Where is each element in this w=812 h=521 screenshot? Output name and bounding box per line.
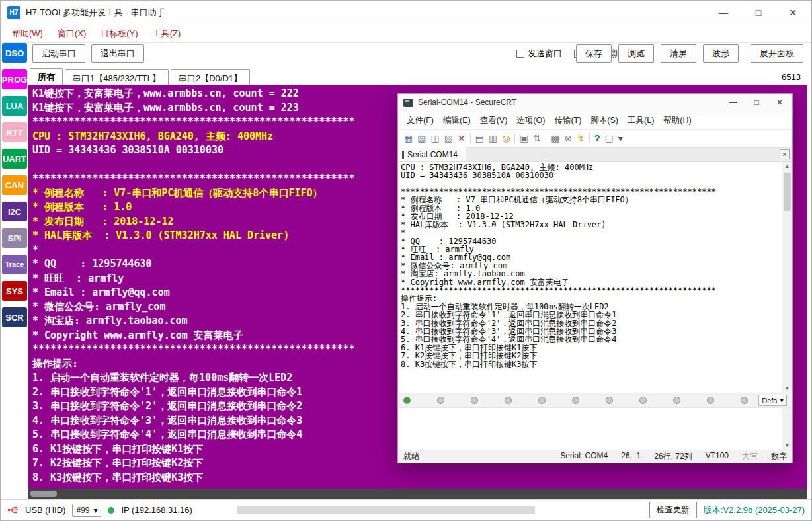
- crt-status-ready: 就绪: [403, 451, 419, 462]
- menu-tools[interactable]: 工具(Z): [147, 26, 187, 42]
- crt-menu-help[interactable]: 帮助(H): [659, 113, 696, 128]
- maximize-button[interactable]: □: [756, 7, 761, 18]
- lightning-icon[interactable]: ↯: [577, 134, 585, 143]
- copy-icon[interactable]: ▤: [475, 134, 484, 143]
- scrollbar-thumb[interactable]: [30, 491, 57, 497]
- sidebar-item-sys[interactable]: SYS: [2, 281, 27, 301]
- crt-menu-tools[interactable]: 工具(L): [623, 113, 659, 128]
- paste-icon[interactable]: ▥: [489, 134, 497, 143]
- sidebar-item-uart[interactable]: UART: [2, 149, 27, 169]
- crt-title-bar[interactable]: Serial-COM14 - SecureCRT — □ ✕: [398, 94, 792, 112]
- crt-session-tab[interactable]: Serial-COM14: [398, 147, 466, 161]
- usb-icon: [7, 505, 19, 515]
- session-indicator[interactable]: [707, 397, 714, 404]
- sidebar-item-trace[interactable]: Trace: [2, 255, 27, 274]
- scroll-down-icon[interactable]: ▼: [782, 440, 792, 450]
- crt-session-bar-buttons: [403, 397, 758, 404]
- print-icon[interactable]: ▣: [520, 134, 528, 143]
- reconnect-icon[interactable]: ▨: [444, 134, 453, 143]
- crt-terminal: CPU : STM32H743XIH6, BGA240, 主频: 400MHzU…: [398, 162, 792, 393]
- menu-bar: 帮助(W) 窗口(X) 目标板(Y) 工具(Z): [1, 24, 811, 43]
- crt-terminal-output: CPU : STM32H743XIH6, BGA240, 主频: 400MHzU…: [401, 163, 779, 368]
- crt-command-window[interactable]: ▼: [398, 407, 792, 450]
- sidebar-item-dso[interactable]: DSO: [2, 43, 27, 63]
- sidebar-item-i2c[interactable]: I2C: [2, 202, 27, 221]
- terminal-line: * HAL库版本 : V1.3.0 (STM32H7xx HAL Driver): [401, 221, 779, 229]
- session-indicator[interactable]: [606, 397, 613, 404]
- connect-icon[interactable]: ▦: [404, 134, 413, 143]
- crt-menu-script[interactable]: 脚本(S): [586, 113, 623, 128]
- scroll-up-icon[interactable]: ▲: [782, 162, 792, 171]
- sidebar-item-scr[interactable]: SCR: [2, 307, 27, 327]
- chevron-down-icon: ▾: [780, 396, 784, 405]
- help-icon[interactable]: ?: [594, 134, 600, 143]
- session-indicator[interactable]: [673, 397, 680, 404]
- horizontal-scrollbar[interactable]: [28, 489, 807, 499]
- crt-close-button[interactable]: ✕: [776, 98, 783, 107]
- grid-icon[interactable]: ▢: [605, 134, 614, 143]
- scroll-down-icon[interactable]: ▼: [782, 383, 792, 393]
- quick-connect-icon[interactable]: ▧: [417, 134, 426, 143]
- sidebar-item-prog[interactable]: PROG: [2, 69, 27, 89]
- minimize-button[interactable]: —: [719, 7, 728, 18]
- waveform-button[interactable]: 波形: [703, 44, 739, 63]
- sidebar-item-rtt[interactable]: RTT: [2, 122, 27, 142]
- crt-command-scrollbar[interactable]: ▼: [782, 408, 792, 450]
- terminal-line: 5. 串口接收到字符命令'4'，返回串口消息接收到串口命令4: [401, 335, 779, 343]
- crt-minimize-button[interactable]: —: [729, 98, 737, 107]
- session-indicator-active[interactable]: [403, 397, 411, 404]
- clear-screen-button[interactable]: 清屏: [661, 44, 696, 63]
- session-status-indicator: [402, 151, 404, 159]
- properties-icon[interactable]: ▩: [551, 134, 559, 143]
- crt-session-tab-label: Serial-COM14: [407, 150, 458, 159]
- channel-value: #99: [76, 506, 89, 515]
- start-serial-button[interactable]: 启动串口: [32, 44, 85, 63]
- session-indicator[interactable]: [741, 397, 748, 404]
- crt-session-dropdown[interactable]: Defa▾: [758, 395, 787, 406]
- status-bar: USB (HID) #99▾ IP (192.168.31.16) 检查更新 版…: [1, 499, 811, 520]
- sidebar-item-spi[interactable]: SPI: [2, 228, 27, 248]
- crt-menu-edit[interactable]: 编辑(E): [438, 113, 475, 128]
- crt-maximize-button[interactable]: □: [754, 98, 759, 107]
- crt-scrollbar-thumb[interactable]: [784, 173, 791, 211]
- browse-button[interactable]: 浏览: [618, 44, 654, 63]
- menu-target-board[interactable]: 目标板(Y): [95, 26, 143, 42]
- send-window-checkbox[interactable]: 发送窗口: [516, 48, 562, 60]
- clone-session-icon[interactable]: ◫: [430, 134, 439, 143]
- transfer-icon[interactable]: ⇅: [534, 134, 542, 143]
- menu-window[interactable]: 窗口(X): [52, 26, 92, 42]
- check-update-button[interactable]: 检查更新: [649, 502, 697, 518]
- menu-help[interactable]: 帮助(W): [6, 26, 49, 42]
- session-indicator[interactable]: [505, 397, 512, 404]
- session-indicator[interactable]: [639, 397, 647, 404]
- crt-menu-view[interactable]: 查看(V): [475, 113, 512, 128]
- session-indicator[interactable]: [471, 397, 478, 404]
- crt-button-bar: Defa▾: [398, 393, 792, 407]
- terminal-line: * 淘宝店: armfly.taobao.com: [401, 270, 779, 278]
- expand-panel-button[interactable]: 展开面板: [751, 44, 803, 63]
- save-button[interactable]: 保存: [576, 44, 612, 63]
- crt-menu-options[interactable]: 选项(O): [512, 113, 549, 128]
- find-icon[interactable]: ◎: [502, 134, 510, 143]
- sidebar-item-can[interactable]: CAN: [2, 175, 27, 195]
- exit-serial-button[interactable]: 退出串口: [91, 44, 144, 63]
- sidebar-item-lua[interactable]: LUA: [2, 96, 27, 116]
- session-indicator[interactable]: [572, 397, 579, 404]
- session-indicator[interactable]: [538, 397, 546, 404]
- session-indicator[interactable]: [437, 397, 444, 404]
- overflow-chevron-icon[interactable]: ▾: [618, 134, 623, 143]
- channel-select[interactable]: #99▾: [72, 504, 101, 517]
- crt-menu-file[interactable]: 文件(F): [402, 113, 438, 128]
- terminal-line: 7. K2按键按下，串口打印按键K2按下: [401, 352, 779, 360]
- crt-status-bar: 就绪 Serial: COM4 26, 1 26行, 72列 VT100 大写 …: [398, 450, 792, 463]
- crt-tab-close-button[interactable]: ✕: [780, 149, 790, 159]
- crt-vertical-scrollbar[interactable]: ▲ ▼: [782, 162, 792, 393]
- serial-toolbar: 启动串口 退出串口: [32, 44, 144, 63]
- options-icon[interactable]: ⊗: [565, 134, 573, 143]
- disconnect-icon[interactable]: ✕: [458, 134, 466, 143]
- checkbox-box-icon: [516, 50, 524, 58]
- progress-bar: [237, 506, 535, 514]
- crt-menu-transfer[interactable]: 传输(T): [549, 113, 586, 128]
- close-button[interactable]: ✕: [789, 7, 797, 18]
- terminal-line: 2. 串口接收到字符命令'1'，返回串口消息接收到串口命令1: [401, 311, 779, 319]
